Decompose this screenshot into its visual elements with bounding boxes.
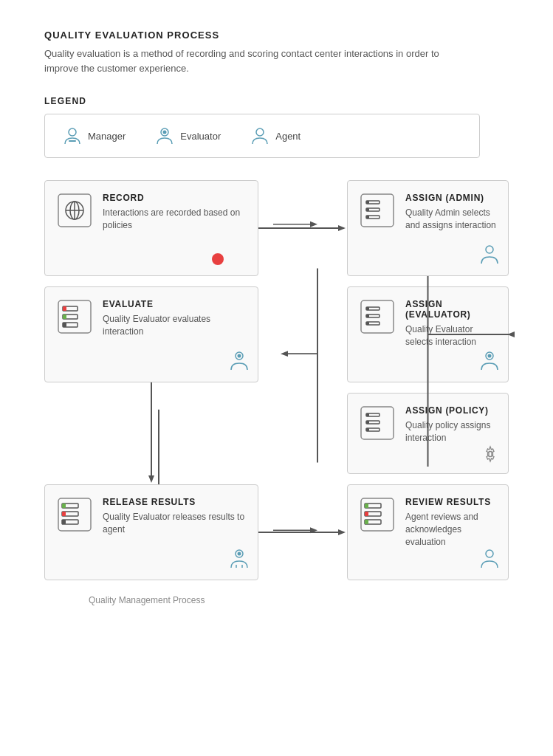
assign-evaluator-desc: Quality Evaluator selects interaction <box>405 323 496 348</box>
svg-rect-33 <box>63 323 66 327</box>
assign-policy-title: ASSIGN (POLICY) <box>405 405 496 416</box>
svg-point-26 <box>486 246 493 253</box>
svg-point-61 <box>238 552 241 556</box>
release-results-icon <box>58 498 92 532</box>
svg-rect-25 <box>366 216 369 219</box>
assign-policy-desc: Quality policy assigns interaction <box>405 419 496 444</box>
gear-icon <box>481 445 499 463</box>
legend-item-manager: Manager <box>63 126 126 145</box>
release-results-title: RELEASE RESULTS <box>103 497 246 507</box>
release-results-icon-wrap <box>57 497 92 532</box>
svg-rect-59 <box>62 520 66 524</box>
record-desc: Interactions are recorded based on polic… <box>103 207 246 232</box>
svg-rect-49 <box>366 421 369 424</box>
svg-rect-57 <box>62 512 66 516</box>
assign-evaluator-card: ASSIGN (EVALUATOR) Quality Evaluator sel… <box>347 286 509 382</box>
assign-policy-icon <box>360 406 394 440</box>
page-subtitle: Quality evaluation is a method of record… <box>44 47 473 75</box>
assign-policy-icon-wrap <box>360 405 395 441</box>
flow-row-3: RELEASE RESULTS Quality Evaluator releas… <box>44 484 509 580</box>
evaluator-icon-legend <box>155 126 174 145</box>
flow-row-2b: ASSIGN (POLICY) Quality policy assigns i… <box>44 393 509 474</box>
release-results-desc: Quality Evaluator releases results to ag… <box>103 511 246 536</box>
svg-point-35 <box>238 354 241 358</box>
evaluate-title: EVALUATE <box>103 299 246 309</box>
manager-icon <box>63 126 82 145</box>
legend-label: LEGEND <box>44 96 509 106</box>
svg-rect-47 <box>366 413 369 416</box>
review-results-icon <box>360 498 394 532</box>
evaluate-card: EVALUATE Quality Evaluator evaluates int… <box>44 286 258 382</box>
svg-rect-51 <box>366 428 369 431</box>
record-card: RECORD Interactions are recorded based o… <box>44 180 258 276</box>
svg-rect-38 <box>366 307 369 310</box>
svg-rect-40 <box>366 315 369 317</box>
svg-point-3 <box>163 131 167 134</box>
legend-item-evaluator: Evaluator <box>155 126 221 145</box>
svg-rect-68 <box>365 512 368 516</box>
svg-point-0 <box>69 128 76 136</box>
release-results-role-icon <box>230 549 249 572</box>
legend-box: Manager Evaluator Agent <box>44 114 480 158</box>
assign-evaluator-icon-wrap <box>360 299 395 334</box>
assign-admin-role-icon <box>480 244 499 268</box>
footer-text: Quality Management Process <box>89 595 553 605</box>
svg-rect-1 <box>69 140 76 142</box>
record-title: RECORD <box>103 193 246 203</box>
assign-policy-card: ASSIGN (POLICY) Quality policy assigns i… <box>347 393 509 474</box>
assign-evaluator-icon <box>360 300 394 334</box>
flow-diagram: RECORD Interactions are recorded based o… <box>44 180 509 580</box>
record-red-dot <box>212 253 224 265</box>
page-title: QUALITY EVALUATION PROCESS <box>44 30 509 41</box>
assign-admin-icon <box>360 193 394 227</box>
agent-icon-legend <box>250 126 269 145</box>
record-icon-wrap <box>57 193 92 228</box>
svg-rect-66 <box>365 504 368 508</box>
agent-label: Agent <box>275 131 300 142</box>
svg-rect-70 <box>365 520 368 524</box>
svg-rect-42 <box>366 322 369 325</box>
evaluate-icon <box>58 300 92 334</box>
svg-rect-23 <box>366 208 369 211</box>
svg-marker-78 <box>148 475 154 483</box>
record-icon <box>58 193 92 227</box>
assign-admin-desc: Quality Admin selects and assigns intera… <box>405 207 496 232</box>
flow-row-2: EVALUATE Quality Evaluator evaluates int… <box>44 286 509 382</box>
svg-point-44 <box>488 354 492 358</box>
review-results-title: REVIEW RESULTS <box>405 497 496 507</box>
review-results-desc: Agent reviews and acknowledges evaluatio… <box>405 511 496 548</box>
assign-evaluator-title: ASSIGN (EVALUATOR) <box>405 299 496 320</box>
evaluate-desc: Quality Evaluator evaluates interaction <box>103 313 246 338</box>
svg-rect-21 <box>366 201 369 204</box>
review-results-card: REVIEW RESULTS Agent reviews and acknowl… <box>347 484 509 580</box>
assign-policy-role-icon <box>481 445 499 466</box>
assign-admin-icon-wrap <box>360 193 395 228</box>
evaluate-icon-wrap <box>57 299 92 334</box>
svg-rect-31 <box>63 315 66 319</box>
manager-label: Manager <box>88 131 126 142</box>
svg-point-4 <box>256 128 264 136</box>
evaluator-label: Evaluator <box>180 131 221 142</box>
svg-point-71 <box>486 550 493 557</box>
svg-rect-29 <box>63 306 66 311</box>
review-results-role-icon <box>480 549 499 572</box>
release-results-card: RELEASE RESULTS Quality Evaluator releas… <box>44 484 258 580</box>
evaluate-role-icon <box>230 351 249 374</box>
assign-admin-card: ASSIGN (ADMIN) Quality Admin selects and… <box>347 180 509 276</box>
svg-rect-55 <box>62 504 66 508</box>
review-results-icon-wrap <box>360 497 395 532</box>
flow-row-1: RECORD Interactions are recorded based o… <box>44 180 509 276</box>
assign-evaluator-role-icon <box>480 351 499 374</box>
legend-item-agent: Agent <box>250 126 300 145</box>
assign-admin-title: ASSIGN (ADMIN) <box>405 193 496 203</box>
